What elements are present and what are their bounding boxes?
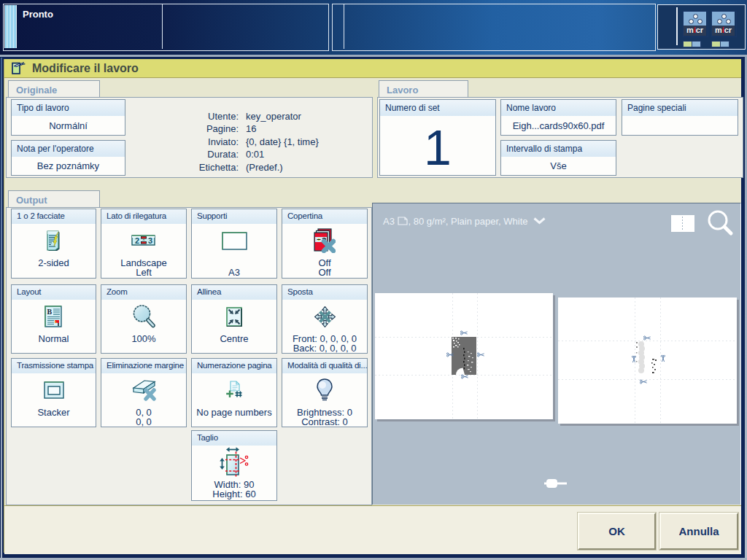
svg-text:2: 2 <box>135 236 139 245</box>
svg-text:B: B <box>47 308 53 316</box>
svg-text:3: 3 <box>148 236 152 245</box>
